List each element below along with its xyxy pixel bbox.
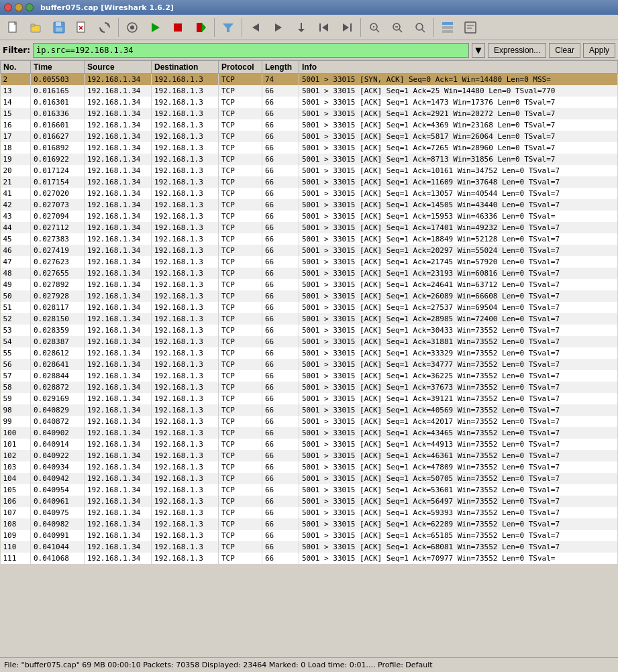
filter-input[interactable] <box>33 43 469 58</box>
capture-options-button[interactable] <box>121 17 143 38</box>
cell-info: 5001 > 33015 [ACK] Seq=1 Ack=10161 Win=3… <box>299 165 618 176</box>
go-first-button[interactable] <box>313 17 335 38</box>
close-button[interactable] <box>4 3 12 11</box>
go-back-button[interactable] <box>245 17 266 38</box>
table-row[interactable]: 540.028387192.168.1.34192.168.1.3TCP6650… <box>1 336 618 347</box>
new-button[interactable] <box>3 17 24 38</box>
table-row[interactable]: 1050.040954192.168.1.34192.168.1.3TCP665… <box>1 484 618 496</box>
table-row[interactable]: 1100.041044192.168.1.34192.168.1.3TCP665… <box>1 541 618 553</box>
table-row[interactable]: 1060.040961192.168.1.34192.168.1.3TCP665… <box>1 496 618 507</box>
table-row[interactable]: 990.040872192.168.1.34192.168.1.3TCP6650… <box>1 416 618 427</box>
cell-info: 5001 > 33015 [ACK] Seq=1 Ack=37673 Win=7… <box>299 382 618 393</box>
table-row[interactable]: 190.016922192.168.1.34192.168.1.3TCP6650… <box>1 154 618 165</box>
apply-button[interactable]: Apply <box>583 43 615 58</box>
table-row[interactable]: 1010.040914192.168.1.34192.168.1.3TCP665… <box>1 439 618 450</box>
table-row[interactable]: 520.028150192.168.1.34192.168.1.3TCP6650… <box>1 313 618 325</box>
expression-button[interactable]: Expression... <box>488 43 546 58</box>
table-row[interactable]: 530.028359192.168.1.34192.168.1.3TCP6650… <box>1 325 618 336</box>
filter-capture-button[interactable] <box>217 17 239 38</box>
cell-no: 46 <box>1 245 31 256</box>
table-row[interactable]: 480.027655192.168.1.34192.168.1.3TCP6650… <box>1 268 618 279</box>
col-length[interactable]: Length <box>262 61 299 74</box>
table-row[interactable]: 1080.040982192.168.1.34192.168.1.3TCP665… <box>1 518 618 530</box>
col-protocol[interactable]: Protocol <box>219 61 262 74</box>
packet-list-container[interactable]: No. Time Source Destination Protocol Len… <box>0 60 618 664</box>
table-row[interactable]: 180.016892192.168.1.34192.168.1.3TCP6650… <box>1 142 618 154</box>
table-row[interactable]: 410.027020192.168.1.34192.168.1.3TCP6650… <box>1 188 618 199</box>
cell-no: 101 <box>1 439 31 450</box>
table-row[interactable]: 170.016627192.168.1.34192.168.1.3TCP6650… <box>1 131 618 142</box>
table-row[interactable]: 440.027112192.168.1.34192.168.1.3TCP6650… <box>1 222 618 233</box>
go-to-packet-button[interactable] <box>291 17 312 38</box>
cell-protocol: TCP <box>219 256 262 268</box>
cell-length: 66 <box>262 142 299 154</box>
table-row[interactable]: 430.027094192.168.1.34192.168.1.3TCP6650… <box>1 211 618 222</box>
cell-time: 0.016627 <box>31 131 85 142</box>
cell-length: 66 <box>262 393 299 404</box>
cell-source: 192.168.1.34 <box>85 97 152 108</box>
start-capture-button[interactable] <box>144 17 166 38</box>
cell-protocol: TCP <box>219 553 262 564</box>
table-row[interactable]: 460.027419192.168.1.34192.168.1.3TCP6650… <box>1 245 618 256</box>
table-row[interactable]: 420.027073192.168.1.34192.168.1.3TCP6650… <box>1 199 618 211</box>
table-row[interactable]: 590.029169192.168.1.34192.168.1.3TCP6650… <box>1 393 618 404</box>
table-row[interactable]: 130.016165192.168.1.34192.168.1.3TCP6650… <box>1 85 618 97</box>
col-no[interactable]: No. <box>1 61 31 74</box>
stop-capture-button[interactable] <box>167 17 189 38</box>
filter-dropdown[interactable]: ▼ <box>472 43 485 58</box>
cell-no: 98 <box>1 404 31 416</box>
col-source[interactable]: Source <box>85 61 152 74</box>
table-row[interactable]: 560.028641192.168.1.34192.168.1.3TCP6650… <box>1 359 618 370</box>
open-button[interactable] <box>25 17 47 38</box>
table-row[interactable]: 580.028872192.168.1.34192.168.1.3TCP6650… <box>1 382 618 393</box>
cell-source: 192.168.1.34 <box>85 233 152 245</box>
col-info[interactable]: Info <box>299 61 618 74</box>
go-last-button[interactable] <box>336 17 358 38</box>
svg-marker-14 <box>202 23 206 32</box>
table-row[interactable]: 1000.040902192.168.1.34192.168.1.3TCP665… <box>1 427 618 439</box>
zoom-normal-button[interactable] <box>409 17 431 38</box>
cell-length: 66 <box>262 302 299 313</box>
save-button[interactable] <box>48 17 70 38</box>
cell-time: 0.028359 <box>31 325 85 336</box>
table-row[interactable]: 1090.040991192.168.1.34192.168.1.3TCP665… <box>1 530 618 541</box>
table-row[interactable]: 160.016601192.168.1.34192.168.1.3TCP6650… <box>1 119 618 131</box>
table-row[interactable]: 1070.040975192.168.1.34192.168.1.3TCP665… <box>1 507 618 518</box>
table-row[interactable]: 1020.040922192.168.1.34192.168.1.3TCP665… <box>1 450 618 461</box>
zoom-out-button[interactable] <box>387 17 408 38</box>
cell-time: 0.027020 <box>31 188 85 199</box>
table-row[interactable]: 140.016301192.168.1.34192.168.1.3TCP6650… <box>1 97 618 108</box>
close-capture-button[interactable] <box>71 17 93 38</box>
cell-no: 48 <box>1 268 31 279</box>
table-row[interactable]: 210.017154192.168.1.34192.168.1.3TCP6650… <box>1 176 618 188</box>
table-row[interactable]: 500.027928192.168.1.34192.168.1.3TCP6650… <box>1 290 618 302</box>
clear-button[interactable]: Clear <box>549 43 580 58</box>
table-row[interactable]: 1030.040934192.168.1.34192.168.1.3TCP665… <box>1 461 618 473</box>
maximize-button[interactable] <box>25 3 34 11</box>
packet-list-button[interactable] <box>437 17 458 38</box>
zoom-in-button[interactable] <box>364 17 385 38</box>
go-forward-button[interactable] <box>268 17 289 38</box>
cell-destination: 192.168.1.3 <box>152 439 219 450</box>
table-row[interactable]: 1110.041068192.168.1.34192.168.1.3TCP665… <box>1 553 618 564</box>
cell-length: 66 <box>262 325 299 336</box>
table-row[interactable]: 1040.040942192.168.1.34192.168.1.3TCP665… <box>1 473 618 484</box>
table-row[interactable]: 980.040829192.168.1.34192.168.1.3TCP6650… <box>1 404 618 416</box>
table-row[interactable]: 450.027383192.168.1.34192.168.1.3TCP6650… <box>1 233 618 245</box>
cell-info: 5001 > 33015 [ACK] Seq=1 Ack=43465 Win=7… <box>299 427 618 439</box>
table-row[interactable]: 20.005503192.168.1.34192.168.1.3TCP74500… <box>1 74 618 85</box>
table-row[interactable]: 200.017124192.168.1.34192.168.1.3TCP6650… <box>1 165 618 176</box>
packet-details-button[interactable] <box>460 17 481 38</box>
col-time[interactable]: Time <box>31 61 85 74</box>
table-row[interactable]: 510.028117192.168.1.34192.168.1.3TCP6650… <box>1 302 618 313</box>
table-row[interactable]: 150.016336192.168.1.34192.168.1.3TCP6650… <box>1 108 618 119</box>
table-row[interactable]: 570.028844192.168.1.34192.168.1.3TCP6650… <box>1 370 618 382</box>
minimize-button[interactable] <box>15 3 23 11</box>
cell-info: 5001 > 33015 [ACK] Seq=1 Ack=2921 Win=20… <box>299 108 618 119</box>
reload-button[interactable] <box>94 17 115 38</box>
table-row[interactable]: 470.027623192.168.1.34192.168.1.3TCP6650… <box>1 256 618 268</box>
table-row[interactable]: 550.028612192.168.1.34192.168.1.3TCP6650… <box>1 347 618 359</box>
col-destination[interactable]: Destination <box>152 61 219 74</box>
restart-capture-button[interactable] <box>190 17 211 38</box>
table-row[interactable]: 490.027892192.168.1.34192.168.1.3TCP6650… <box>1 279 618 290</box>
